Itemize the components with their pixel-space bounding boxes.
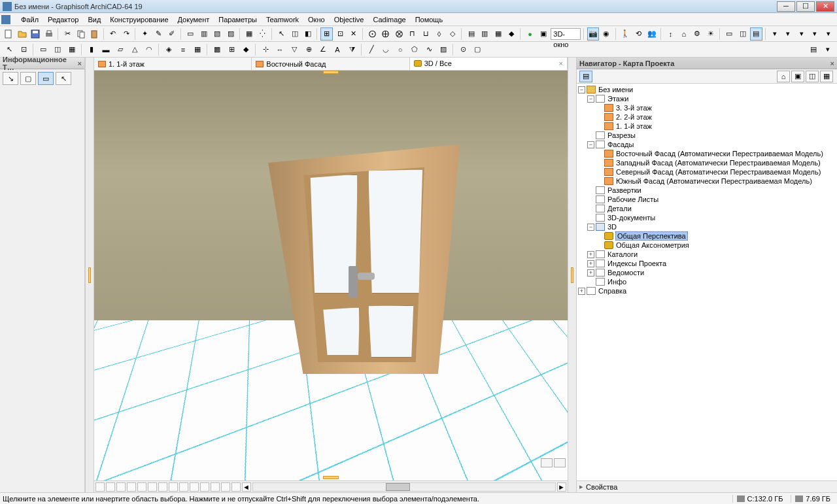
vt-10[interactable] [190,482,199,492]
tree-3ddocs[interactable]: 3D-документы [578,213,836,222]
layers-icon[interactable]: ◫ [737,27,749,41]
tree-elev-s[interactable]: Южный Фасад (Автоматически Перестраиваем… [578,176,836,186]
viewport-btn1[interactable] [541,458,553,467]
arrow-tool[interactable]: ↖ [3,43,16,56]
cog-icon[interactable]: ⚙ [691,27,704,41]
level-tool[interactable]: ▽ [288,43,301,56]
fill-tool[interactable]: ▨ [437,43,450,56]
hotspot-tool[interactable]: ⊙ [456,43,470,56]
tree-indexes[interactable]: +Индексы Проекта [578,259,836,268]
tree-worksheets[interactable]: Рабочие Листы [578,195,836,204]
door-tool[interactable]: ◫ [51,43,64,56]
menu-document[interactable]: Документ [174,14,214,25]
minimize-button[interactable]: ─ [777,1,795,12]
tree-schedules[interactable]: +Каталоги [578,250,836,259]
t2-icon[interactable]: ⨁ [379,27,392,41]
bottom-handle[interactable] [323,476,339,479]
vt-8[interactable] [169,482,178,492]
info-tool-arrow[interactable]: ↖ [56,72,71,85]
zone-tool[interactable]: ⊞ [225,43,238,56]
tree-root[interactable]: −Без имени [578,85,836,94]
tree-elev-n[interactable]: Северный Фасад (Автоматически Перестраив… [578,167,836,176]
house-icon[interactable]: ⌂ [678,27,691,41]
vt-12[interactable] [211,482,220,492]
tab-elevation[interactable]: Восточный Фасад [252,58,409,70]
line-tool[interactable]: ╱ [365,43,378,56]
tree-floors[interactable]: −Этажи [578,94,836,103]
camera-icon[interactable]: 📷 [587,27,600,41]
tree-info[interactable]: Инфо [578,277,836,286]
arc-tool[interactable]: ◡ [379,43,392,56]
dd5-icon[interactable]: ▾ [823,27,835,41]
vt-5[interactable] [137,482,146,492]
close-button[interactable]: ✕ [816,1,834,12]
collapse2-icon[interactable]: ▾ [821,43,834,56]
slab-tool[interactable]: ▱ [114,43,127,56]
nav-mode-project[interactable]: ▤ [579,71,592,82]
t3-icon[interactable]: ⨂ [393,27,405,41]
dd2-icon[interactable]: ▾ [782,27,794,41]
people-icon[interactable]: 👥 [646,27,658,41]
grid-icon[interactable]: ▦ [243,27,256,41]
column-tool[interactable]: ▮ [85,43,98,56]
copy-button[interactable] [75,27,88,41]
green-icon[interactable]: ● [524,27,536,41]
angle-tool[interactable]: ∠ [316,43,330,56]
text-tool[interactable]: A [331,43,344,56]
curtain-tool[interactable]: ▦ [191,43,204,56]
window-tool[interactable]: ▦ [65,43,78,56]
tree-help[interactable]: +Справка [578,286,836,295]
expand-icon[interactable]: ▸ [579,482,583,491]
collapse-icon[interactable]: ▤ [807,43,820,56]
tree-perspective[interactable]: Общая Перспектива [578,231,836,241]
tree-lists[interactable]: +Ведомости [578,268,836,277]
morph-tool[interactable]: ◆ [239,43,252,56]
open-button[interactable] [16,27,29,41]
dd4-icon[interactable]: ▾ [809,27,821,41]
nav-arrow-icon[interactable]: ↕ [664,27,677,41]
tree-3d-group[interactable]: −3D [578,222,836,231]
navigator-tree[interactable]: −Без имени −Этажи 3. 3-й этаж 2. 2-й эта… [577,84,837,480]
menu-view[interactable]: Вид [84,14,105,25]
t4-icon[interactable]: ⊓ [406,27,418,41]
print-button[interactable] [43,27,56,41]
hatch-icon[interactable]: ▤ [750,27,762,41]
t7-icon[interactable]: ◇ [447,27,459,41]
sun-icon[interactable]: ☀ [705,27,717,41]
layer-icon[interactable]: ◫ [288,27,301,41]
floorplan-icon[interactable]: ▤ [465,27,477,41]
trace-icon[interactable]: ⊡ [334,27,347,41]
marquee-tool[interactable]: ⊡ [17,43,30,56]
x-icon[interactable]: ✕ [347,27,360,41]
spline-tool[interactable]: ∿ [422,43,436,56]
tool-active1[interactable]: ⊞ [320,27,333,41]
info-panel-header[interactable]: Информационное Т… × [0,58,84,69]
t1-icon[interactable]: ⨀ [366,27,379,41]
tab-floorplan[interactable]: 1. 1-й этаж [94,58,252,70]
t6-icon[interactable]: ◊ [433,27,445,41]
properties-bar[interactable]: ▸ Свойства [577,480,837,492]
h-scrollbar[interactable] [252,482,556,492]
snap2-icon[interactable]: ▥ [197,27,210,41]
tree-axonometry[interactable]: Общая Аксонометрия [578,241,836,250]
menu-design[interactable]: Конструирование [106,14,172,25]
tree-elev-w[interactable]: Западный Фасад (Автоматически Перестраив… [578,158,836,167]
left-splitter[interactable] [85,58,94,492]
3d-window-dropdown[interactable]: 3D-окно [551,28,580,40]
mesh-tool[interactable]: ▩ [211,43,224,56]
dot-icon[interactable]: ⁛ [256,27,269,41]
wand-icon[interactable]: ✦ [139,27,151,41]
section-icon[interactable]: ▥ [479,27,491,41]
menu-edit[interactable]: Редактор [44,14,82,25]
menu-file[interactable]: Файл [17,14,43,25]
snap1-icon[interactable]: ▭ [184,27,197,41]
obj-tool[interactable]: ◈ [162,43,175,56]
tree-floor-3[interactable]: 3. 3-й этаж [578,103,836,112]
vt-7[interactable] [158,482,167,492]
brush-icon[interactable]: ✐ [165,27,178,41]
menu-help[interactable]: Помощь [411,14,447,25]
tree-sections[interactable]: Разрезы [578,131,836,140]
info-tool-2[interactable]: ▢ [20,72,36,85]
poly-tool[interactable]: ⬠ [408,43,421,56]
3d-window-icon[interactable]: ▣ [538,27,550,41]
